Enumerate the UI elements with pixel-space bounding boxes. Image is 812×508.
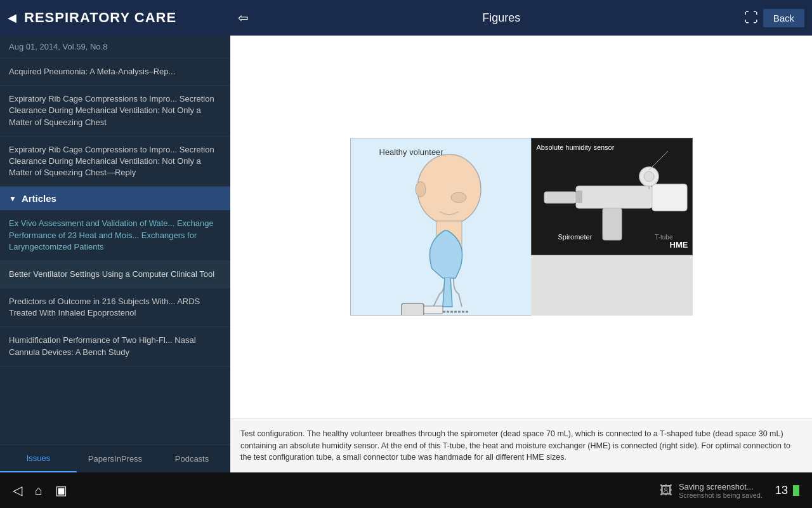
t-tube-label: T-tube [655,234,672,241]
svg-point-12 [644,171,654,182]
hme-label: HME [670,240,688,250]
list-item-active[interactable]: Better Ventilator Settings Using a Compu… [0,261,230,288]
figure-right-photo: Absolute humidity sensor Spirometer HME … [531,138,693,255]
tab-issues[interactable]: Issues [0,445,77,472]
figure-image-area: Healthy volunteer [230,36,812,418]
svg-rect-15 [576,190,582,203]
svg-point-2 [451,192,466,203]
list-item[interactable]: Expiratory Rib Cage Compressions to Impr… [0,137,230,187]
system-time: 13 [775,484,788,497]
svg-point-0 [417,154,481,224]
screenshot-text-area: Saving screenshot... Screenshot is being… [679,482,763,499]
figures-modal: ⇦ Figures ⛶ Back Healthy volunteer [230,0,812,472]
top-bar-left: ◀ RESPIRATORY CARE [8,10,236,26]
figures-modal-body: Healthy volunteer [230,36,812,472]
list-item[interactable]: Humidification Performance of Two High-F… [0,327,230,366]
svg-rect-4 [402,304,424,316]
figure-composite: Healthy volunteer [350,138,693,316]
system-recent-button[interactable]: ▣ [55,483,67,498]
figures-title-area: Figures [259,11,744,25]
svg-point-3 [416,182,426,197]
list-item[interactable]: Predictors of Outcome in 216 Subjects Wi… [0,288,230,327]
tab-papers-in-press[interactable]: PapersInPress [77,445,154,472]
screenshot-icon: 🖼 [660,483,672,498]
list-item[interactable]: Ex Vivo Assessment and Validation of Wat… [0,210,230,261]
articles-section-header[interactable]: ▼ Articles [0,187,230,210]
svg-rect-5 [424,306,443,314]
fullscreen-button[interactable]: ⛶ [744,10,758,26]
system-back-button[interactable]: ◁ [13,483,22,498]
back-nav-button[interactable]: ◀ [8,11,16,25]
system-bar: ◁ ⌂ ▣ 🖼 Saving screenshot... Screenshot … [0,472,812,508]
screenshot-notification: 🖼 Saving screenshot... Screenshot is bei… [660,482,763,499]
screenshot-subtitle: Screenshot is being saved. [679,491,763,499]
figure-left-diagram: Healthy volunteer [350,138,537,316]
figures-title: Figures [482,11,520,25]
articles-section-label: Articles [22,193,56,204]
svg-rect-9 [652,184,687,211]
share-button[interactable]: ⇦ [238,10,249,25]
tab-podcasts[interactable]: Podcasts [154,445,230,472]
svg-rect-7 [576,186,652,208]
back-button[interactable]: Back [763,9,804,27]
chevron-down-icon: ▼ [9,194,16,203]
absolute-humidity-sensor-label: Absolute humidity sensor [537,144,615,151]
list-item[interactable]: Acquired Pneumonia: A Meta-Analysis–Rep.… [0,58,230,86]
svg-rect-8 [544,192,576,203]
figure-caption: Test configuration. The healthy voluntee… [230,418,812,472]
battery-icon: █ [793,485,799,495]
anatomy-diagram [351,154,532,316]
spirometer-label: Spirometer [558,233,593,241]
bottom-tabs: Issues PapersInPress Podcasts [0,444,230,472]
sidebar: Aug 01, 2014, Vol.59, No.8 Acquired Pneu… [0,36,230,472]
sidebar-meta: Aug 01, 2014, Vol.59, No.8 [0,36,230,58]
brand-logo: RESPIRATORY CARE [24,10,176,26]
svg-rect-10 [603,208,622,240]
system-home-button[interactable]: ⌂ [35,483,43,498]
figure-lower-right [531,255,693,316]
list-item[interactable]: Expiratory Rib Cage Compressions to Impr… [0,86,230,137]
screenshot-title: Saving screenshot... [679,482,763,491]
figures-modal-header: ⇦ Figures ⛶ Back [230,0,812,36]
